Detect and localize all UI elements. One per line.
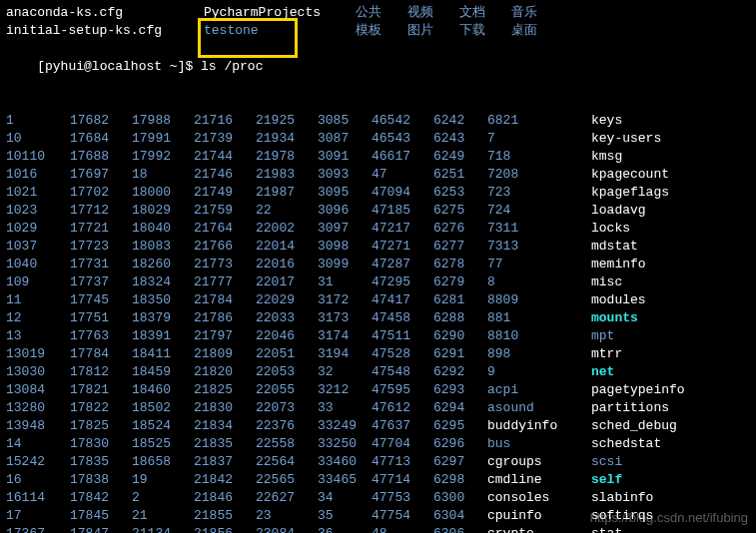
proc-entry: 9 <box>487 363 591 381</box>
proc-entry: 21749 <box>194 184 256 202</box>
proc-entry: 18525 <box>132 435 194 453</box>
listing-row: 10161769718217462198330934762517208kpage… <box>6 166 750 184</box>
proc-entry: 21842 <box>194 471 256 489</box>
ls-header-line-2: initial-setup-ks.cfgtestone模板图片下载桌面 <box>6 22 750 40</box>
proc-entry: 6277 <box>433 238 487 256</box>
proc-entry: 898 <box>487 345 591 363</box>
proc-entry: 17688 <box>70 148 132 166</box>
ls-item: testone <box>204 22 356 40</box>
proc-entry: mounts <box>591 309 711 327</box>
listing-row: 16114178422218462262734477536300consoles… <box>6 489 750 507</box>
listing-row: 131776318391217972204631744751162908810m… <box>6 327 750 345</box>
proc-entry: 17821 <box>70 381 132 399</box>
proc-entry: 21820 <box>194 363 256 381</box>
proc-entry: modules <box>591 291 711 309</box>
proc-entry: 21855 <box>194 507 256 525</box>
listing-row: 13084178211846021825220553212475956293ac… <box>6 381 750 399</box>
proc-entry: 18260 <box>132 256 194 273</box>
proc-entry: 3093 <box>318 166 372 184</box>
proc-entry: 47 <box>372 166 433 184</box>
proc-entry: pagetypeinfo <box>591 381 711 399</box>
ls-item: anaconda-ks.cfg <box>6 4 204 22</box>
proc-entry: misc <box>591 273 711 291</box>
proc-entry: 6279 <box>433 273 487 291</box>
proc-entry: 16114 <box>6 489 70 507</box>
proc-entry: 22046 <box>256 327 318 345</box>
shell-command[interactable]: ls /proc <box>201 59 263 74</box>
proc-entry: 21925 <box>256 112 318 130</box>
proc-entry: 21983 <box>256 166 318 184</box>
proc-entry: 22073 <box>256 399 318 417</box>
proc-entry: 22 <box>256 202 318 220</box>
proc-entry: 6292 <box>433 363 487 381</box>
proc-entry: 22033 <box>256 309 318 327</box>
proc-entry: 17721 <box>70 220 132 238</box>
proc-entry: 3098 <box>318 238 372 256</box>
proc-entry: 18083 <box>132 238 194 256</box>
proc-entry: 17992 <box>132 148 194 166</box>
proc-entry: 15242 <box>6 453 70 471</box>
proc-entry: 32 <box>318 363 372 381</box>
proc-entry: 6249 <box>433 148 487 166</box>
shell-prompt: [pyhui@localhost ~]$ <box>37 59 201 74</box>
proc-entry: 47271 <box>372 238 433 256</box>
proc-entry: 6251 <box>433 166 487 184</box>
proc-entry: 47754 <box>372 507 433 525</box>
prompt-line[interactable]: [pyhui@localhost ~]$ ls /proc <box>6 40 750 94</box>
proc-entry: 21716 <box>194 112 256 130</box>
proc-entry: 17682 <box>70 112 132 130</box>
proc-entry: 3174 <box>318 327 372 345</box>
listing-row: 141783018525218352255833250477046296buss… <box>6 435 750 453</box>
proc-entry: 36 <box>318 525 372 533</box>
proc-entry: schedstat <box>591 435 711 453</box>
proc-entry: 8810 <box>487 327 591 345</box>
proc-entry: 22565 <box>256 471 318 489</box>
ls-item: 图片 <box>407 22 459 40</box>
ls-item: 下载 <box>459 22 511 40</box>
proc-entry: 17847 <box>70 525 132 533</box>
proc-entry: 7313 <box>487 238 591 256</box>
proc-entry: 17731 <box>70 256 132 273</box>
proc-entry: 6281 <box>433 291 487 309</box>
proc-entry: 6821 <box>487 112 591 130</box>
proc-entry: 46542 <box>372 112 433 130</box>
proc-entry: 17845 <box>70 507 132 525</box>
ls-item: 公共 <box>356 4 407 22</box>
proc-entry: 17812 <box>70 363 132 381</box>
proc-entry: 14 <box>6 435 70 453</box>
proc-entry: 33249 <box>318 417 372 435</box>
proc-entry: 33 <box>318 399 372 417</box>
proc-entry: 3091 <box>318 148 372 166</box>
proc-entry: 17697 <box>70 166 132 184</box>
proc-entry: 21837 <box>194 453 256 471</box>
proc-entry: 31 <box>318 273 372 291</box>
proc-entry: 6293 <box>433 381 487 399</box>
proc-entry: 21797 <box>194 327 256 345</box>
proc-entry: 6306 <box>433 525 487 533</box>
proc-entry: 21746 <box>194 166 256 184</box>
proc-entry: kpageflags <box>591 184 711 202</box>
proc-entry: buddyinfo <box>487 417 591 435</box>
proc-entry: 17822 <box>70 399 132 417</box>
proc-entry: 35 <box>318 507 372 525</box>
proc-entry: 10 <box>6 130 70 148</box>
proc-entry: 47217 <box>372 220 433 238</box>
proc-entry: 13 <box>6 327 70 345</box>
proc-entry: mdstat <box>591 238 711 256</box>
proc-entry: 6300 <box>433 489 487 507</box>
proc-entry: 17835 <box>70 453 132 471</box>
proc-entry: 22014 <box>256 238 318 256</box>
proc-entry: 21934 <box>256 130 318 148</box>
proc-entry: 13030 <box>6 363 70 381</box>
ls-item: 模板 <box>356 22 407 40</box>
proc-entry: 3087 <box>318 130 372 148</box>
proc-entry: 17737 <box>70 273 132 291</box>
proc-entry: 1029 <box>6 220 70 238</box>
proc-entry: 21834 <box>194 417 256 435</box>
listing-row: 152421783518658218372256433460477136297c… <box>6 453 750 471</box>
watermark: https://blog.csdn.net/ifubing <box>590 509 748 527</box>
proc-entry: 18502 <box>132 399 194 417</box>
proc-entry: 8809 <box>487 291 591 309</box>
proc-entry: 21 <box>132 507 194 525</box>
proc-entry: net <box>591 363 711 381</box>
